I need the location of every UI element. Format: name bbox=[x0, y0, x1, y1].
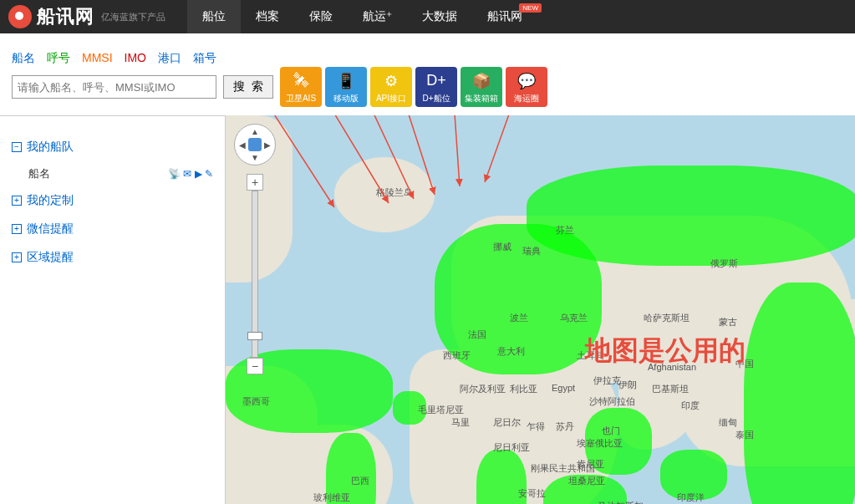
map-label: 埃塞俄比亚 bbox=[577, 437, 623, 450]
map-label: 毛里塔尼亚 bbox=[418, 404, 464, 416]
tile-1[interactable]: 📱移动版 bbox=[325, 67, 367, 107]
map-label: 芬兰 bbox=[556, 224, 574, 237]
sub-action-icons[interactable]: 📡 ✉ ▶ ✎ bbox=[168, 168, 213, 180]
map-label: 伊朗 bbox=[618, 379, 637, 391]
tile-3[interactable]: D+D+船位 bbox=[415, 67, 457, 107]
map-label: 意大利 bbox=[497, 345, 525, 358]
pan-down-icon[interactable]: ▼ bbox=[251, 153, 259, 162]
search-tabs: 船名呼号MMSIIMO港口箱号 bbox=[12, 51, 216, 66]
nav-item-1[interactable]: 档案 bbox=[241, 0, 294, 33]
search-tab-4[interactable]: 港口 bbox=[158, 51, 181, 66]
map-label: 乌克兰 bbox=[560, 312, 588, 324]
tree-item-0[interactable]: −我的船队 bbox=[0, 133, 225, 161]
pan-control[interactable]: ▲ ▼ ◀ ▶ bbox=[234, 124, 276, 165]
tile-icon: D+ bbox=[426, 72, 446, 89]
tile-label: 卫星AIS bbox=[286, 93, 316, 104]
map-label: 哈萨克斯坦 bbox=[644, 312, 690, 324]
map-label: 泰国 bbox=[735, 429, 754, 441]
logo-text: 船讯网 bbox=[37, 4, 94, 29]
tile-label: 集装箱箱 bbox=[465, 93, 498, 104]
map-background bbox=[226, 115, 855, 504]
nav-item-3[interactable]: 航运⁺ bbox=[348, 0, 407, 33]
map-label: 利比亚 bbox=[510, 383, 537, 395]
pan-left-icon[interactable]: ◀ bbox=[239, 140, 246, 150]
zoom-slider-track[interactable] bbox=[252, 191, 258, 358]
map-label: 挪威 bbox=[493, 241, 511, 253]
search-tab-3[interactable]: IMO bbox=[125, 51, 146, 66]
map-label: 波兰 bbox=[510, 312, 528, 324]
map-label: 巴基斯坦 bbox=[652, 383, 689, 395]
map-label: 坦桑尼亚 bbox=[568, 475, 605, 487]
tree-label: 我的船队 bbox=[27, 140, 74, 155]
map-label: 玻利维亚 bbox=[313, 491, 350, 504]
zoom-slider-handle[interactable] bbox=[247, 332, 262, 340]
map-label: 俄罗斯 bbox=[710, 257, 738, 270]
tree-item-2[interactable]: +微信提醒 bbox=[0, 215, 225, 243]
map-label: 巴西 bbox=[351, 475, 369, 487]
zoom-control: + − bbox=[247, 174, 263, 374]
map-label: 也门 bbox=[602, 425, 620, 437]
map-label-greenland: 格陵兰岛 bbox=[376, 186, 413, 199]
sidebar: −我的船队船名📡 ✉ ▶ ✎+我的定制+微信提醒+区域提醒 bbox=[0, 115, 226, 504]
nav-items: 船位档案保险航运⁺大数据船讯网NEW bbox=[187, 0, 537, 33]
pan-right-icon[interactable]: ▶ bbox=[264, 140, 271, 150]
map-label: 印度 bbox=[681, 400, 700, 412]
map-label: 瑞典 bbox=[522, 245, 541, 257]
tree-label: 微信提醒 bbox=[27, 221, 74, 237]
main-content: −我的船队船名📡 ✉ ▶ ✎+我的定制+微信提醒+区域提醒 格陵兰岛 芬兰瑞 bbox=[0, 115, 855, 504]
pan-up-icon[interactable]: ▲ bbox=[251, 127, 259, 136]
tree-toggle-icon[interactable]: + bbox=[12, 196, 22, 206]
map-area[interactable]: 格陵兰岛 芬兰瑞典挪威俄罗斯波兰乌克兰哈萨克斯坦法国西班牙意大利土耳其伊拉克伊朗… bbox=[226, 115, 855, 504]
map-label: 安哥拉 bbox=[518, 487, 546, 500]
search-tab-1[interactable]: 呼号 bbox=[47, 51, 70, 66]
search-tab-5[interactable]: 箱号 bbox=[193, 51, 216, 66]
tile-2[interactable]: ⚙API接口 bbox=[370, 67, 412, 107]
tree-toggle-icon[interactable]: − bbox=[12, 142, 22, 152]
nav-item-0[interactable]: 船位 bbox=[187, 0, 241, 33]
tile-label: API接口 bbox=[376, 93, 406, 104]
overlay-annotation: 地图是公用的 bbox=[585, 333, 746, 369]
top-navbar: 船讯网 亿海蓝旗下产品 船位档案保险航运⁺大数据船讯网NEW bbox=[0, 0, 855, 33]
search-input[interactable] bbox=[12, 75, 216, 99]
map-label: 尼日尔 bbox=[493, 416, 521, 429]
new-badge: NEW bbox=[519, 3, 542, 13]
tree-toggle-icon[interactable]: + bbox=[12, 252, 22, 262]
logo-icon bbox=[8, 5, 32, 28]
nav-item-4[interactable]: 大数据 bbox=[407, 0, 472, 33]
nav-item-2[interactable]: 保险 bbox=[294, 0, 348, 33]
map-label: 乍得 bbox=[527, 420, 545, 433]
map-label: 阿尔及利亚 bbox=[460, 383, 506, 395]
map-label: 法国 bbox=[468, 328, 486, 341]
tile-label: 海运圈 bbox=[514, 93, 539, 104]
tile-label: D+船位 bbox=[422, 93, 450, 104]
search-button[interactable]: 搜索 bbox=[223, 75, 273, 99]
map-label: 沙特阿拉伯 bbox=[589, 395, 635, 408]
map-label: 伊拉克 bbox=[593, 374, 621, 387]
nav-item-5[interactable]: 船讯网NEW bbox=[472, 0, 537, 33]
tree-item-1[interactable]: +我的定制 bbox=[0, 186, 225, 215]
map-label: 印度洋 bbox=[677, 491, 705, 504]
map-label: 苏丹 bbox=[556, 420, 574, 433]
tree-item-3[interactable]: +区域提醒 bbox=[0, 243, 225, 272]
map-label: 西班牙 bbox=[443, 349, 471, 362]
tile-4[interactable]: 📦集装箱箱 bbox=[461, 67, 502, 107]
action-tiles: 🛰卫星AIS📱移动版⚙API接口D+D+船位📦集装箱箱💬海运圈 bbox=[280, 67, 547, 107]
tile-icon: 💬 bbox=[517, 72, 536, 90]
map-label: 马里 bbox=[451, 416, 470, 429]
tile-5[interactable]: 💬海运圈 bbox=[506, 67, 547, 107]
pan-center-icon[interactable] bbox=[248, 138, 262, 151]
zoom-in-button[interactable]: + bbox=[247, 174, 263, 191]
tree-sub-item[interactable]: 船名📡 ✉ ▶ ✎ bbox=[0, 161, 225, 186]
tile-0[interactable]: 🛰卫星AIS bbox=[280, 67, 322, 107]
map-label: 墨西哥 bbox=[242, 395, 270, 408]
search-tab-0[interactable]: 船名 bbox=[12, 51, 35, 66]
search-tab-2[interactable]: MMSI bbox=[82, 51, 113, 66]
zoom-out-button[interactable]: − bbox=[247, 358, 263, 374]
map-label: 肯尼亚 bbox=[577, 458, 604, 471]
tree-toggle-icon[interactable]: + bbox=[12, 224, 22, 234]
map-label: 缅甸 bbox=[719, 416, 737, 429]
map-label: 尼日利亚 bbox=[493, 441, 530, 454]
tree-label: 区域提醒 bbox=[27, 250, 74, 265]
tile-icon: 📱 bbox=[337, 72, 355, 90]
sub-label: 船名 bbox=[28, 166, 50, 181]
